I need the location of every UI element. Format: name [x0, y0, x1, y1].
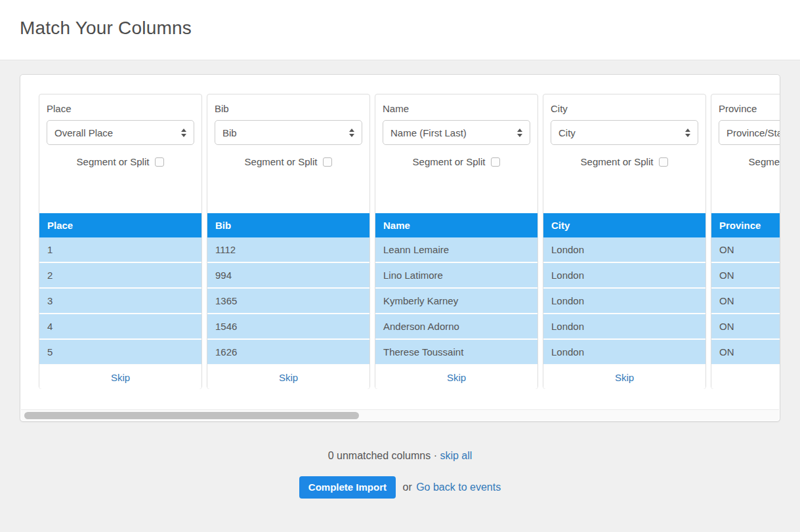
- table-cell: London: [551, 295, 584, 306]
- table-cell: ON: [719, 295, 734, 306]
- table-cell: ON: [719, 244, 734, 255]
- table-cell: Lino Latimore: [383, 270, 443, 281]
- scrollbar-thumb[interactable]: [24, 412, 359, 419]
- panel-top-section: Bib Bib Segment or Split: [207, 94, 369, 167]
- column-panel-bib: Bib Bib Segment or Split Bib 1112 994 13…: [207, 94, 370, 389]
- column-mapping-select[interactable]: Name (First Last): [383, 120, 530, 145]
- select-arrows-icon: [517, 129, 522, 137]
- column-source-label: Place: [47, 103, 194, 114]
- preview-table-header: Name: [375, 213, 537, 237]
- column-source-label: Bib: [215, 103, 362, 114]
- skip-column-link[interactable]: Skip: [615, 372, 634, 383]
- column-source-label: Name: [383, 103, 530, 114]
- page-header: Match Your Columns: [0, 0, 800, 60]
- horizontal-scrollbar[interactable]: [21, 409, 779, 420]
- table-row: Leann Lemaire: [375, 237, 537, 263]
- table-row: ON: [711, 237, 780, 263]
- go-back-to-events-link[interactable]: Go back to events: [416, 481, 501, 493]
- panel-top-section: Place Overall Place Segment or Split: [39, 94, 201, 167]
- segment-or-split-checkbox[interactable]: [155, 157, 164, 167]
- skip-column-link[interactable]: Skip: [447, 372, 466, 383]
- or-text: or: [402, 481, 411, 493]
- import-actions-line: Complete Import or Go back to events: [0, 476, 800, 499]
- column-mapping-select[interactable]: Province/State: [719, 120, 780, 145]
- column-mapping-select[interactable]: City: [551, 120, 698, 145]
- panel-top-section: Name Name (First Last) Segment or Split: [375, 94, 537, 167]
- select-value: Overall Place: [54, 127, 113, 138]
- table-cell: London: [551, 270, 584, 281]
- table-cell: 5: [47, 346, 53, 358]
- table-cell: 2: [47, 270, 53, 281]
- preview-table: Place 1 2 3 4 5 Skip: [39, 213, 201, 389]
- column-mapping-select[interactable]: Bib: [215, 120, 362, 145]
- table-row: 1626: [207, 340, 369, 365]
- table-row: ON: [711, 314, 780, 340]
- segment-or-split-label: Segment or Split: [413, 156, 486, 167]
- skip-column-link[interactable]: Skip: [111, 372, 130, 383]
- table-row: 3: [39, 289, 201, 314]
- table-cell: ON: [719, 346, 734, 358]
- select-value: Bib: [222, 127, 237, 138]
- column-matching-card: Place Overall Place Segment or Split Pla…: [20, 74, 780, 422]
- table-cell: London: [551, 346, 584, 358]
- preview-table-header: City: [543, 213, 705, 237]
- separator-dot: ·: [434, 450, 437, 461]
- preview-table-header: Bib: [207, 213, 369, 237]
- segment-or-split-row: Segment or Split: [383, 156, 530, 167]
- table-cell: London: [551, 321, 584, 332]
- complete-import-button[interactable]: Complete Import: [299, 476, 396, 499]
- segment-or-split-checkbox[interactable]: [491, 157, 500, 167]
- table-row: ON: [711, 289, 780, 314]
- panel-top-section: City City Segment or Split: [543, 94, 705, 167]
- segment-or-split-checkbox[interactable]: [659, 157, 668, 167]
- table-cell: Leann Lemaire: [383, 244, 449, 255]
- table-cell: ON: [719, 270, 734, 281]
- column-panel-city: City City Segment or Split City London L…: [543, 94, 706, 389]
- segment-or-split-row: Segment or Split: [551, 156, 698, 167]
- segment-or-split-row: Segment or Split: [47, 156, 194, 167]
- segment-or-split-checkbox[interactable]: [323, 157, 332, 167]
- column-panel-name: Name Name (First Last) Segment or Split …: [375, 94, 538, 389]
- column-mapping-select[interactable]: Overall Place: [47, 120, 194, 145]
- preview-table: Bib 1112 994 1365 1546 1626 Skip: [207, 213, 369, 389]
- table-cell: 1365: [215, 295, 237, 306]
- table-row: Kymberly Karney: [375, 289, 537, 314]
- table-row: 4: [39, 314, 201, 340]
- table-cell: Anderson Adorno: [383, 321, 459, 332]
- columns-viewport: Place Overall Place Segment or Split Pla…: [20, 75, 780, 409]
- columns-row: Place Overall Place Segment or Split Pla…: [20, 75, 780, 389]
- skip-column-link[interactable]: Skip: [279, 372, 298, 383]
- segment-or-split-label: Segment or Split: [749, 156, 780, 167]
- unmatched-columns-line: 0 unmatched columns · skip all: [0, 450, 800, 462]
- skip-all-link[interactable]: skip all: [440, 450, 472, 461]
- preview-table-header: Province: [711, 213, 780, 237]
- select-value: City: [558, 127, 576, 138]
- select-arrows-icon: [349, 129, 354, 137]
- table-row: ON: [711, 263, 780, 289]
- skip-row: Skip: [543, 365, 705, 389]
- preview-table: City London London London London London …: [543, 213, 705, 389]
- unmatched-count-text: 0 unmatched columns: [328, 450, 431, 461]
- table-row: 2: [39, 263, 201, 289]
- table-row: 994: [207, 263, 369, 289]
- preview-table: Name Leann Lemaire Lino Latimore Kymberl…: [375, 213, 537, 389]
- segment-or-split-row: Segment or Split: [719, 156, 780, 167]
- table-row: London: [543, 314, 705, 340]
- panel-top-section: Province Province/State Segment or Split: [711, 94, 780, 167]
- column-source-label: Province: [719, 103, 780, 114]
- table-row: London: [543, 263, 705, 289]
- table-row: 1546: [207, 314, 369, 340]
- table-cell: 1112: [215, 244, 236, 255]
- table-row: Anderson Adorno: [375, 314, 537, 340]
- select-value: Name (First Last): [390, 127, 467, 138]
- skip-row: Skip: [39, 365, 201, 389]
- segment-or-split-label: Segment or Split: [245, 156, 318, 167]
- segment-or-split-label: Segment or Split: [77, 156, 150, 167]
- table-row: Therese Toussaint: [375, 340, 537, 365]
- table-cell: London: [551, 244, 584, 255]
- table-cell: ON: [719, 321, 734, 332]
- skip-row: Skip: [207, 365, 369, 389]
- table-row: 1365: [207, 289, 369, 314]
- table-cell: 1546: [215, 321, 237, 332]
- skip-row: Skip: [375, 365, 537, 389]
